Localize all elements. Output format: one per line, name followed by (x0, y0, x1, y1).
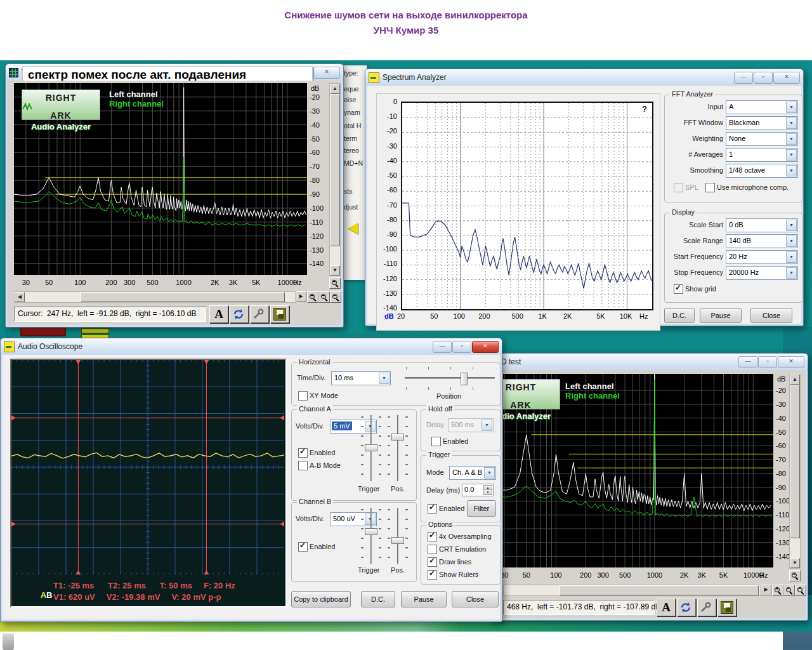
close-dialog-button[interactable]: Close (452, 591, 499, 607)
zoom-out-button[interactable]: − (783, 585, 795, 596)
close-button[interactable]: ✕ (778, 356, 804, 368)
zoom-in-button[interactable]: + (307, 291, 318, 303)
dropdown-arrow-icon[interactable]: ▼ (786, 251, 797, 263)
ab-mode-checkbox[interactable] (298, 461, 308, 470)
tools-button[interactable] (250, 305, 269, 323)
xy-mode-checkbox[interactable] (298, 391, 308, 401)
zoom-out-button[interactable]: − (318, 291, 330, 303)
show-grid-checkbox[interactable] (674, 284, 683, 294)
refresh-button[interactable] (677, 599, 696, 616)
horizontal-scrollbar[interactable]: ◀ (14, 291, 296, 303)
pause-button[interactable]: Pause (700, 308, 742, 323)
vertical-scrollbar[interactable]: ▲ ▼ (329, 83, 341, 276)
save-button[interactable] (270, 305, 289, 323)
spin-down-icon[interactable]: ▼ (483, 489, 492, 495)
close-button[interactable]: ✕ (773, 72, 800, 84)
spectrum-plot-area[interactable]: RIGHT ARK Audio Analyzer Left channel Ri… (14, 83, 307, 275)
trigger-mode-select[interactable]: Ch. A & B▼ (449, 466, 496, 480)
horizontal-scrollbar[interactable] (503, 585, 761, 596)
crt-emulation-checkbox[interactable] (428, 545, 437, 554)
zoom-in-button[interactable]: + (772, 585, 783, 596)
mode-label: Mode (426, 468, 444, 476)
dropdown-arrow-icon[interactable]: ▼ (786, 220, 797, 231)
scroll-up-button[interactable]: ▲ (790, 375, 800, 385)
dc-button[interactable]: D.C. (664, 308, 695, 323)
close-button[interactable]: ✕ (472, 341, 499, 353)
filter-button[interactable]: Filter (467, 500, 496, 517)
smoothing-select[interactable]: 1/48 octave▼ (726, 164, 798, 178)
zoom-in-vertical-button[interactable]: + (329, 277, 341, 289)
scroll-right-button[interactable]: ▶ (761, 585, 771, 595)
db-axis: 0-10-20-30-40-50-60-70-80-90-100-110-120… (381, 102, 397, 308)
dropdown-arrow-icon[interactable]: ▼ (786, 117, 797, 129)
restore-button[interactable]: ▫ (758, 356, 777, 368)
scroll-up-button[interactable]: ▲ (330, 84, 340, 94)
zoom-reset-button[interactable]: − (795, 585, 806, 596)
minimize-button[interactable]: — (734, 72, 753, 84)
autoscale-button[interactable]: A (657, 599, 676, 616)
close-dialog-button[interactable]: Close (750, 308, 792, 323)
channel-b-enabled-checkbox[interactable] (298, 542, 308, 552)
scale-range-select[interactable]: 140 dB▼ (726, 234, 798, 248)
spl-checkbox[interactable] (674, 183, 683, 192)
dropdown-arrow-icon[interactable]: ▼ (786, 102, 797, 113)
axis-tick-label: -50 (310, 135, 320, 143)
minimize-button[interactable]: — (738, 356, 757, 368)
help-mark[interactable]: ? (642, 104, 647, 114)
scroll-down-button[interactable]: ▼ (330, 265, 340, 275)
start-frequency-select[interactable]: 20 Hz▼ (726, 250, 798, 264)
hold-off-enabled-checkbox[interactable] (431, 437, 441, 446)
weighting-select[interactable]: None▼ (726, 132, 798, 146)
db-scale: dB -20-30-40-50-60-70-80-90-100-110-120-… (773, 374, 789, 567)
scroll-down-button[interactable]: ▼ (790, 558, 800, 568)
vertical-scrollbar[interactable]: ▲ ▼ (789, 374, 801, 569)
zoom-reset-button[interactable]: − (330, 291, 341, 303)
copy-to-clipboard-button[interactable]: Copy to clipboard (291, 591, 351, 607)
mic-comp-checkbox[interactable] (705, 183, 715, 192)
input-select[interactable]: A▼ (726, 100, 798, 114)
trigger-delay-spinner[interactable]: 0.0▲▼ (462, 484, 494, 496)
scroll-right-button[interactable]: ▶ (296, 291, 306, 302)
restore-button[interactable]: ▫ (754, 72, 773, 84)
fft-window-select[interactable]: Blackman▼ (726, 116, 798, 130)
scroll-left-button[interactable]: ◀ (15, 292, 25, 302)
dropdown-arrow-icon[interactable]: ▼ (786, 165, 797, 176)
tools-button[interactable] (697, 599, 716, 616)
minimize-button[interactable]: — (433, 341, 452, 353)
averages-select[interactable]: 1▼ (726, 148, 798, 162)
draw-lines-checkbox[interactable] (428, 557, 437, 567)
titlebar[interactable]: Spectrum Analyzer — ▫ ✕ (365, 69, 803, 86)
trigger-level-slider[interactable] (360, 415, 382, 481)
position-slider[interactable] (387, 508, 409, 564)
fragment-text: eque (344, 85, 358, 93)
dropdown-arrow-icon[interactable]: ▼ (786, 235, 797, 247)
time-div-select[interactable]: 10 ms▼ (331, 371, 391, 385)
dropdown-arrow-icon[interactable]: ▼ (786, 133, 797, 145)
dropdown-arrow-icon[interactable]: ▼ (786, 267, 797, 279)
channel-a-enabled-checkbox[interactable] (298, 448, 308, 458)
dc-button[interactable]: D.C. (361, 591, 395, 607)
show-rulers-checkbox[interactable] (428, 570, 437, 580)
position-slider[interactable] (387, 415, 409, 481)
fragment-text: tereo (344, 147, 359, 154)
pause-button[interactable]: Pause (401, 591, 447, 607)
close-button[interactable]: ✕ (313, 67, 340, 79)
trigger-enabled-checkbox[interactable] (428, 504, 437, 514)
titlebar[interactable]: Audio Oscilloscope — ▫ ✕ (1, 338, 502, 355)
autoscale-button[interactable]: A (209, 305, 228, 323)
position-slider[interactable] (405, 367, 495, 390)
scale-start-select[interactable]: 0 dB▼ (726, 218, 798, 232)
refresh-button[interactable] (230, 305, 249, 323)
trigger-level-slider[interactable] (360, 508, 382, 564)
dropdown-arrow-icon[interactable]: ▼ (379, 373, 390, 384)
restore-button[interactable]: ▫ (452, 341, 471, 353)
spectrum-plot-area[interactable]: RIGHT ARK Audio Analyzer Left channel Ri… (503, 374, 773, 567)
oversampling-checkbox[interactable] (428, 532, 437, 541)
zoom-in-vertical-button[interactable]: + (789, 570, 801, 581)
spl-label: SPL (685, 183, 698, 191)
titlebar[interactable]: D test — ▫ ✕ (492, 354, 808, 370)
save-button[interactable] (717, 599, 737, 616)
stop-frequency-select[interactable]: 20000 Hz▼ (726, 266, 798, 280)
dropdown-arrow-icon[interactable]: ▼ (786, 149, 797, 161)
dropdown-arrow-icon[interactable]: ▼ (484, 467, 495, 479)
